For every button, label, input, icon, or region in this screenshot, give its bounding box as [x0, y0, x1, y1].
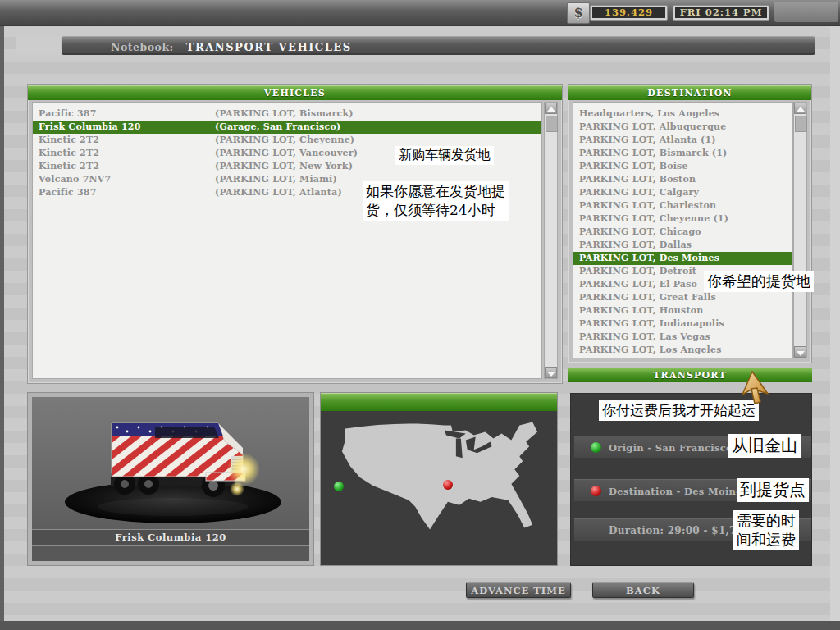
truck-panel-footer	[32, 546, 309, 561]
destination-row[interactable]: PARKING LOT, Great Falls	[573, 291, 792, 304]
destination-panel: DESTINATION Headquarters, Los Angeles PA…	[568, 84, 812, 363]
destination-row[interactable]: PARKING LOT, Boise	[573, 160, 792, 173]
vehicles-list: Pacific 387(PARKING LOT, Bismarck) Frisk…	[32, 102, 542, 379]
destination-label: PARKING LOT, Atlanta (1)	[579, 135, 716, 145]
back-button[interactable]: BACK	[592, 582, 694, 598]
destination-label: PARKING LOT, Los Angeles	[579, 345, 722, 355]
origin-dot-icon	[591, 442, 601, 453]
vehicle-row[interactable]: Kinetic 2T2(PARKING LOT, Cheyenne)	[33, 134, 541, 147]
vehicle-row[interactable]: Frisk Columbia 120(Garage, San Francisco…	[33, 121, 541, 134]
destination-label: PARKING LOT, Cheyenne (1)	[579, 213, 728, 224]
map-panel	[320, 392, 558, 566]
destination-row[interactable]: Headquarters, Los Angeles	[573, 107, 792, 121]
destination-dot-icon	[591, 486, 601, 496]
destination-label: PARKING LOT, Chicago	[579, 226, 701, 237]
destination-row[interactable]: PARKING LOT, Houston	[573, 304, 792, 317]
advance-time-button[interactable]: ADVANCE TIME	[466, 582, 571, 598]
notebook-bar-cap	[16, 36, 61, 55]
destination-row[interactable]: PARKING LOT, Calgary	[573, 186, 792, 199]
destination-label: PARKING LOT, Boise	[579, 161, 688, 171]
destination-label: PARKING LOT, Boston	[579, 174, 696, 185]
destination-label: PARKING LOT, Indianapolis	[579, 318, 724, 329]
up-arrow-icon	[547, 107, 555, 112]
usa-map	[321, 411, 557, 565]
destination-scrollbar-down-button[interactable]	[794, 346, 806, 358]
destination-row[interactable]: PARKING LOT, Las Vegas	[573, 331, 792, 344]
destination-row[interactable]: PARKING LOT, Dallas	[573, 239, 792, 252]
destination-label: PARKING LOT, Des Moines	[579, 253, 719, 263]
vehicle-name: Kinetic 2T2	[39, 147, 215, 160]
destination-row[interactable]: PARKING LOT, Des Moines	[573, 252, 792, 265]
destination-label: PARKING LOT, Great Falls	[579, 292, 716, 303]
destination-row[interactable]: PARKING LOT, Indianapolis	[573, 317, 792, 331]
money-display: 139,429	[590, 5, 668, 21]
vehicle-name: Kinetic 2T2	[39, 134, 215, 147]
destination-row[interactable]: PARKING LOT, Charleston	[573, 199, 792, 212]
bottom-window-edge	[0, 621, 840, 630]
map-origin-marker	[334, 482, 344, 491]
origin-label: Origin - San Francisco	[609, 442, 733, 454]
transport-panel-header: TRANSPORT	[568, 368, 812, 382]
destination-row[interactable]: PARKING LOT, Atlanta (1)	[573, 134, 792, 147]
destination-row[interactable]: PARKING LOT, Chicago	[573, 226, 792, 239]
vehicles-scrollbar-down-button[interactable]	[545, 367, 557, 378]
vehicle-name: Frisk Columbia 120	[39, 121, 215, 134]
notebook-label: Notebook:	[111, 41, 174, 53]
destination-scrollbar-track[interactable]	[793, 102, 807, 358]
destination-row[interactable]: PARKING LOT, Bismarck (1)	[573, 147, 792, 160]
up-arrow-icon	[797, 107, 805, 112]
destination-row[interactable]: PARKING LOT, Albuquerque	[573, 121, 792, 134]
annotation-pickup-wait: 如果你愿意在发货地提 货，仅须等待24小时	[363, 181, 509, 221]
vehicle-row[interactable]: Pacific 387(PARKING LOT, Bismarck)	[33, 107, 541, 121]
annotation-new-vehicle-origin: 新购车辆发货地	[395, 146, 494, 165]
vehicle-location: (PARKING LOT, New York)	[215, 161, 353, 171]
topbar-right-cap	[774, 2, 838, 22]
vehicles-scrollbar-track[interactable]	[544, 102, 558, 379]
annotation-pickup-wait-line2: 货，仅须等待24小时	[366, 201, 505, 220]
annotation-desired-pickup: 你希望的提货地	[704, 271, 814, 292]
destination-label: PARKING LOT, Albuquerque	[579, 121, 726, 132]
vehicle-location: (PARKING LOT, Vancouver)	[215, 148, 358, 158]
destination-label: PARKING LOT, El Paso	[579, 279, 697, 290]
vehicles-panel-header: VEHICLES	[28, 85, 562, 100]
mouse-cursor	[739, 370, 770, 406]
down-arrow-icon	[797, 351, 805, 356]
truck-caption: Frisk Columbia 120	[32, 529, 309, 546]
right-window-edge	[830, 25, 840, 621]
destination-label: PARKING LOT, Detroit	[579, 266, 696, 276]
money-value: 139,429	[592, 7, 665, 18]
destination-label: PARKING LOT, Calgary	[579, 187, 699, 198]
page-title: TRANSPORT VEHICLES	[186, 41, 352, 53]
destination-label: PARKING LOT, Charleston	[579, 200, 716, 211]
annotation-time-and-cost: 需要的时 间和运费	[733, 510, 799, 550]
left-window-edge	[0, 25, 4, 621]
destination-label: Headquarters, Los Angeles	[579, 108, 719, 119]
vehicle-location: (PARKING LOT, Cheyenne)	[215, 135, 354, 145]
vehicle-location: (Garage, San Francisco)	[215, 121, 340, 132]
game-screen: $ 139,429 FRI 02:14 PM Notebook: TRANSPO…	[0, 0, 840, 630]
destination-row[interactable]: PARKING LOT, Cheyenne (1)	[573, 212, 792, 226]
vehicles-scrollbar-thumb[interactable]	[546, 116, 558, 132]
annotation-pay-freight: 你付运费后我才开始起运	[599, 400, 759, 421]
map-destination-marker	[443, 480, 453, 490]
destination-label: PARKING LOT, Bismarck (1)	[579, 148, 728, 158]
annotation-time-and-cost-line1: 需要的时	[737, 511, 796, 530]
vehicle-name: Volcano 7NV7	[39, 173, 215, 186]
vehicle-name: Pacific 387	[39, 186, 215, 199]
truck-image	[32, 397, 309, 529]
vehicle-location: (PARKING LOT, Atlanta)	[215, 187, 342, 198]
destination-row[interactable]: PARKING LOT, Boston	[573, 173, 792, 186]
destination-list: Headquarters, Los Angeles PARKING LOT, A…	[573, 102, 793, 358]
destination-row[interactable]: PARKING LOT, Los Angeles	[573, 344, 792, 357]
map-panel-header	[321, 393, 557, 411]
destination-info-label: Destination - Des Moines	[609, 486, 748, 497]
destination-scrollbar-thumb[interactable]	[795, 116, 807, 132]
destination-label: PARKING LOT, Houston	[579, 305, 703, 316]
dollar-icon[interactable]: $	[567, 2, 590, 24]
vehicles-scrollbar-up-button[interactable]	[545, 103, 557, 114]
vehicle-name: Kinetic 2T2	[39, 160, 215, 173]
annotation-time-and-cost-line2: 间和运费	[737, 530, 796, 549]
destination-scrollbar-up-button[interactable]	[794, 103, 806, 114]
annotation-from-san-francisco: 从旧金山	[728, 434, 801, 458]
datetime-display: FRI 02:14 PM	[673, 5, 769, 21]
